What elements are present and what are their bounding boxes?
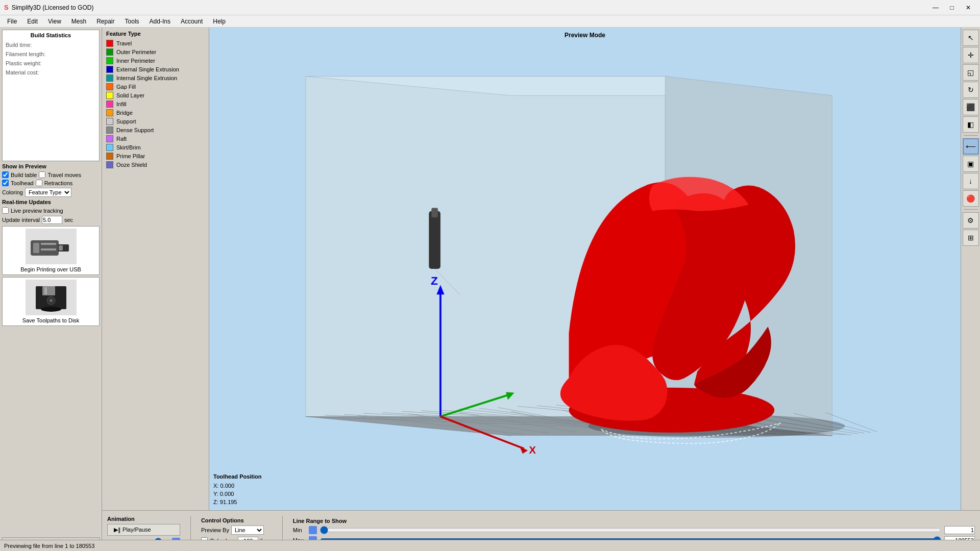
- titlebar-controls: — □ ✕: [928, 3, 976, 13]
- legend-color-support: [106, 118, 113, 125]
- rotate-view-tool[interactable]: ↻: [963, 82, 979, 98]
- retractions-label: Retractions: [44, 180, 73, 186]
- disk-icon: [26, 280, 77, 315]
- legend-color-external-single-extrusion: [106, 66, 113, 73]
- legend-label-infill: Infill: [116, 101, 127, 107]
- lines-view[interactable]: ⟵: [963, 138, 979, 155]
- legend-color-gap-fill: [106, 83, 113, 90]
- toolhead-checkbox[interactable]: [2, 180, 9, 186]
- play-pause-label: ▶‖ Play/Pause: [114, 527, 151, 533]
- build-time-row: Build time:: [6, 40, 96, 49]
- svg-rect-60: [431, 208, 438, 217]
- legend-item-support: Support: [106, 118, 205, 125]
- travel-moves-checkbox[interactable]: [39, 171, 45, 178]
- legend-item-gap-fill: Gap Fill: [106, 83, 205, 90]
- legend-color-raft: [106, 135, 113, 142]
- ortho-view[interactable]: ◧: [963, 116, 979, 133]
- settings-gear[interactable]: ⚙: [963, 212, 979, 229]
- legend-label-gap-fill: Gap Fill: [116, 84, 136, 90]
- save-disk-button[interactable]: Save Toolpaths to Disk: [2, 277, 100, 326]
- solid-view[interactable]: ▣: [963, 156, 979, 172]
- toolhead-row: Toolhead Retractions: [2, 180, 100, 186]
- legend-color-travel: [106, 40, 113, 47]
- feature-legend: Feature Type TravelOuter PerimeterInner …: [102, 28, 209, 510]
- center-right: Feature Type TravelOuter PerimeterInner …: [102, 28, 980, 551]
- legend-item-ooze-shield: Ooze Shield: [106, 161, 205, 168]
- print-usb-label: Begin Printing over USB: [20, 266, 81, 272]
- titlebar: S Simplify3D (Licensed to GOD) — □ ✕: [0, 0, 980, 15]
- legend-label-internal-single-extrusion: Internal Single Extrusion: [116, 75, 177, 81]
- legend-color-bridge: [106, 109, 113, 116]
- legend-label-support: Support: [116, 118, 136, 124]
- menu-item-file[interactable]: File: [2, 17, 22, 26]
- menu-item-account[interactable]: Account: [176, 17, 208, 26]
- svg-text:X: X: [529, 444, 536, 456]
- coloring-row: Coloring Feature Type Extruder Speed Tem…: [2, 188, 100, 197]
- legend-color-solid-layer: [106, 92, 113, 99]
- interval-input[interactable]: [42, 216, 62, 224]
- svg-rect-3: [33, 243, 39, 253]
- min-slider[interactable]: [320, 526, 941, 534]
- move-all-tool[interactable]: ✛: [963, 47, 979, 63]
- print-usb-button[interactable]: Begin Printing over USB: [2, 226, 100, 275]
- coloring-label: Coloring: [2, 189, 23, 195]
- legend-item-dense-support: Dense Support: [106, 127, 205, 134]
- view-box-tool[interactable]: ◱: [963, 64, 979, 81]
- build-table-checkbox[interactable]: [2, 171, 9, 178]
- interval-unit: sec: [64, 217, 73, 223]
- x-label: X:: [213, 483, 218, 489]
- preview-by-row: Preview By Line Feature Layer: [201, 525, 272, 535]
- menu-item-mesh[interactable]: Mesh: [66, 17, 91, 26]
- maximize-button[interactable]: □: [944, 3, 960, 13]
- close-button[interactable]: ✕: [961, 3, 976, 13]
- feature-legend-title: Feature Type: [106, 31, 205, 37]
- legend-label-travel: Travel: [116, 40, 132, 46]
- legend-item-prime-pillar: Prime Pillar: [106, 153, 205, 160]
- live-preview-checkbox[interactable]: [2, 207, 9, 214]
- z-label: Z:: [213, 499, 218, 505]
- coloring-select[interactable]: Feature Type Extruder Speed Temperature: [25, 188, 71, 197]
- feature-color[interactable]: 🔴: [963, 190, 979, 207]
- legend-item-skirt/brim: Skirt/Brim: [106, 144, 205, 151]
- build-statistics-panel: Build Statistics Build time: Filament le…: [2, 30, 100, 161]
- legend-color-inner-perimeter: [106, 57, 113, 64]
- layer-down[interactable]: ↓: [963, 173, 979, 189]
- preview-by-select[interactable]: Line Feature Layer: [231, 525, 264, 535]
- svg-rect-9: [44, 287, 47, 294]
- menu-item-repair[interactable]: Repair: [91, 17, 119, 26]
- svg-rect-2: [59, 245, 63, 251]
- toolhead-position: Toolhead Position X: 0.000 Y: 0.000 Z: 9…: [213, 472, 262, 506]
- legend-item-travel: Travel: [106, 40, 205, 47]
- menu-item-add-ins[interactable]: Add-Ins: [144, 17, 176, 26]
- min-indicator: [309, 526, 317, 534]
- min-value-input[interactable]: [944, 526, 975, 534]
- play-pause-button[interactable]: ▶‖ Play/Pause: [107, 524, 180, 536]
- menu-item-edit[interactable]: Edit: [22, 17, 43, 26]
- toolbar-separator: [964, 209, 978, 210]
- save-disk-label: Save Toolpaths to Disk: [22, 317, 80, 323]
- legend-item-inner-perimeter: Inner Perimeter: [106, 57, 205, 64]
- svg-rect-5: [41, 248, 56, 251]
- cursor-tool[interactable]: ↖: [963, 30, 979, 46]
- grid-view[interactable]: ⊞: [963, 230, 979, 246]
- menu-item-view[interactable]: View: [43, 17, 66, 26]
- line-range-title: Line Range to Show: [293, 518, 975, 524]
- menu-item-help[interactable]: Help: [208, 17, 231, 26]
- menu-item-tools[interactable]: Tools: [120, 17, 144, 26]
- 3d-viewport[interactable]: Preview Mode: [209, 28, 961, 510]
- svg-rect-4: [41, 243, 56, 245]
- plastic-weight-row: Plastic weight:: [6, 59, 96, 68]
- legend-color-outer-perimeter: [106, 48, 113, 56]
- toolhead-label: Toolhead: [11, 180, 34, 186]
- show-in-preview-title: Show in Preview: [2, 163, 100, 169]
- svg-rect-59: [429, 211, 440, 269]
- toolhead-z: Z: 91.195: [213, 498, 262, 506]
- legend-label-external-single-extrusion: External Single Extrusion: [116, 66, 179, 72]
- statusbar: Previewing file from line 1 to 180553: [0, 540, 980, 551]
- perspective-cube[interactable]: ⬛: [963, 99, 979, 115]
- minimize-button[interactable]: —: [928, 3, 943, 13]
- legend-item-raft: Raft: [106, 135, 205, 142]
- retractions-checkbox[interactable]: [36, 180, 42, 186]
- usb-icon: [26, 229, 77, 264]
- travel-moves-label: Travel moves: [47, 172, 81, 178]
